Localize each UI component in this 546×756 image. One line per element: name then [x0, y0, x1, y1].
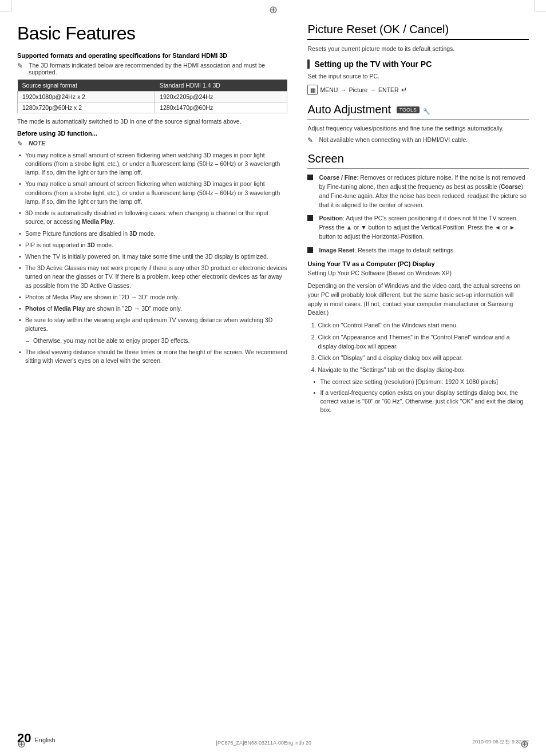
page-footer: 20 English [PC675_ZA]BN68-03211A-00Eng.i…: [0, 731, 546, 746]
setting-up-tv-title: Setting up the TV with Your PC: [307, 60, 529, 69]
pencil-icon-3: ✎: [307, 136, 316, 144]
bullet-item: If a vertical-frequency option exists on…: [313, 389, 529, 415]
table-heading: Supported formats and operating specific…: [17, 52, 287, 59]
list-item: Otherwise, you may not be able to enjoy …: [17, 337, 287, 345]
screen-title: Screen: [307, 152, 529, 169]
steps-list: Click on "Control Panel" on the Windows …: [307, 321, 529, 375]
list-item: Some Picture functions are disabled in 3…: [17, 229, 287, 238]
list-item: PIP is not supported in 3D mode.: [17, 241, 287, 250]
bottom-right-compass: ⊕: [520, 738, 529, 750]
list-item: Photos of Media Play are shown in "2D → …: [17, 293, 287, 302]
setup-subheading: Setting Up Your PC Software (Based on Wi…: [307, 269, 529, 278]
bullet-square-icon: [307, 247, 313, 253]
enter-text: ENTER: [378, 86, 399, 93]
auto-adjustment-title: Auto Adjustment TOOLS 🔧: [307, 103, 529, 120]
pencil-icon-2: ✎: [17, 140, 26, 148]
set-input-para: Set the input source to PC.: [307, 72, 529, 81]
not-available-note: Not available when connecting with an HD…: [319, 136, 468, 143]
menu-icon: ▦: [307, 85, 318, 95]
list-item: When the TV is initially powered on, it …: [17, 252, 287, 261]
bullet-square-icon: [307, 215, 313, 221]
top-left-corner: [0, 0, 11, 11]
page-title: Basic Features: [17, 23, 287, 44]
bullets-list: The correct size setting (resolution) [O…: [307, 378, 529, 415]
footer-file-info: [PC675_ZA]BN68-03211A-00Eng.indb 20: [56, 740, 472, 746]
note-label: NOTE: [29, 140, 45, 147]
picture-reset-desc: Resets your current picture mode to its …: [307, 45, 529, 54]
auto-adjust-desc: Adjust frequency values/positions and fi…: [307, 124, 529, 133]
note-intro-text: The 3D formats indicated below are recom…: [29, 62, 287, 76]
tools-badge: TOOLS: [397, 106, 420, 113]
tools-icon: 🔧: [423, 108, 430, 114]
table-cell: 1280x720p@60Hz x 2: [18, 102, 155, 113]
using-tv-heading: Using Your TV as a Computer (PC) Display: [307, 260, 529, 267]
page-container: ⊕ Basic Features Supported formats and o…: [0, 0, 546, 756]
table-col1-header: Source signal format: [18, 80, 155, 92]
table-cell: 1920x2205p@24Hz: [155, 92, 287, 102]
arrow-icon-1: →: [340, 86, 346, 93]
list-item: 3D mode is automatically disabled in fol…: [17, 209, 287, 226]
table-cell: 1920x1080p@24Hz x 2: [18, 92, 155, 102]
list-item: You may notice a small amount of screen …: [17, 151, 287, 177]
screen-list-item: Position: Adjust the PC's screen positio…: [307, 214, 529, 241]
step-item: Click on "Control Panel" on the Windows …: [318, 321, 529, 330]
enter-icon: ↵: [401, 86, 407, 94]
right-column: Picture Reset (OK / Cancel) Resets your …: [299, 23, 529, 417]
list-item: You may notice a small amount of screen …: [17, 180, 287, 206]
screen-list: Coarse / Fine: Removes or reduces pictur…: [307, 173, 529, 255]
content-area: Basic Features Supported formats and ope…: [0, 17, 546, 423]
arrow-icon-2: →: [370, 86, 376, 93]
note-label-line: ✎ NOTE: [17, 140, 287, 148]
footer-language: English: [34, 737, 55, 743]
picture-reset-title: Picture Reset (OK / Cancel): [307, 23, 529, 40]
step-item: Navigate to the "Settings" tab on the di…: [318, 366, 529, 375]
left-column: Basic Features Supported formats and ope…: [17, 23, 287, 417]
list-item: The ideal viewing distance should be thr…: [17, 348, 287, 365]
step-item: Click on "Display" and a display dialog …: [318, 354, 529, 363]
list-item: Be sure to stay within the viewing angle…: [17, 316, 287, 333]
step-item: Click on "Appearance and Themes" in the …: [318, 333, 529, 351]
top-right-corner: [535, 0, 546, 11]
picture-text: Picture: [349, 86, 367, 93]
auto-switch-para: The mode is automatically switched to 3D…: [17, 117, 287, 126]
setup-intro: Depending on the version of Windows and …: [307, 282, 529, 318]
pencil-icon: ✎: [17, 62, 26, 70]
bullet-item: The correct size setting (resolution) [O…: [313, 378, 529, 386]
top-compass-icon: ⊕: [269, 3, 278, 16]
menu-text: MENU: [320, 86, 338, 93]
bullet-square-icon: [307, 175, 313, 180]
list-item: The 3D Active Glasses may not work prope…: [17, 264, 287, 290]
screen-list-item: Image Reset: Resets the image to default…: [307, 246, 529, 255]
notes-list: You may notice a small amount of screen …: [17, 151, 287, 366]
spec-table: Source signal format Standard HDMI 1.4 3…: [17, 80, 287, 113]
table-cell: 1280x1470p@60Hz: [155, 102, 287, 113]
bottom-left-compass: ⊕: [17, 738, 26, 750]
menu-sequence-line: ▦ MENU → Picture → ENTER ↵: [307, 85, 529, 95]
note-intro-line: ✎ The 3D formats indicated below are rec…: [17, 62, 287, 76]
list-item: Photos of Media Play are shown in "2D → …: [17, 304, 287, 313]
screen-list-item: Coarse / Fine: Removes or reduces pictur…: [307, 173, 529, 209]
not-available-note-line: ✎ Not available when connecting with an …: [307, 136, 529, 144]
before-using-heading: Before using 3D function...: [17, 130, 287, 137]
table-col2-header: Standard HDMI 1.4 3D: [155, 80, 287, 92]
